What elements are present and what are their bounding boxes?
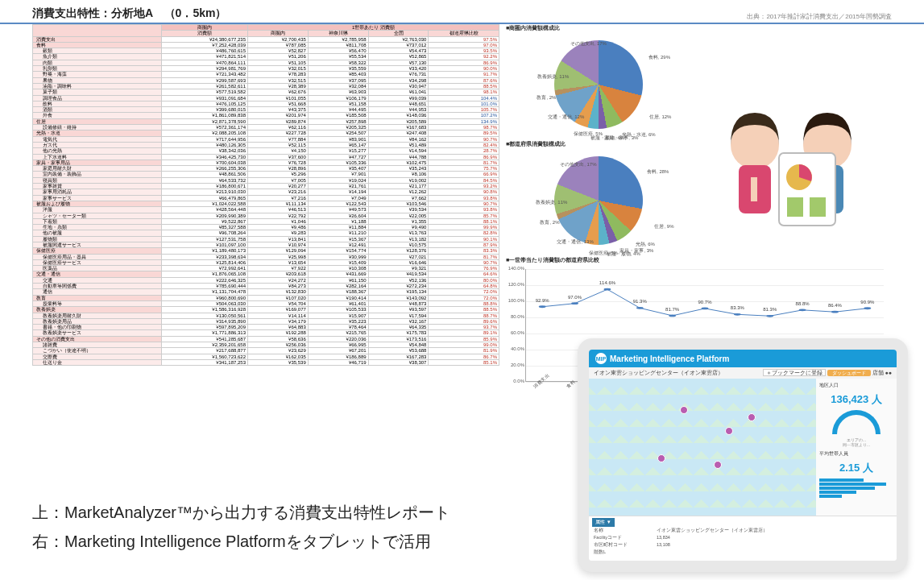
pie-slice-label: その他支出, 17% xyxy=(570,40,607,48)
footer-row: Facilityコード13,834 xyxy=(592,534,893,541)
pie-slice-label: 交通・通信, 12% xyxy=(548,114,584,121)
svg-point-10 xyxy=(864,307,871,309)
svg-point-0 xyxy=(539,305,546,308)
expenditure-table: 商圏内1世帯あたり 消費額消費額商圏内神奈川県全国都道府県比較消費支出¥24,3… xyxy=(32,24,499,391)
footer-row: 階数L xyxy=(592,549,893,556)
line-point-label: 90.9% xyxy=(860,300,874,304)
household-value: 2.15 人 xyxy=(819,461,893,475)
footer-row: 名称イオン東雲ショッピングセンター（イオン東雲店） xyxy=(592,527,893,534)
svg-point-3 xyxy=(636,307,644,309)
pie-slice-label: 教育, 2% xyxy=(540,219,559,226)
pie-slice-label: 教養娯楽, 11% xyxy=(536,199,567,206)
people-illustration xyxy=(706,97,892,258)
svg-point-8 xyxy=(799,309,806,311)
page-title: 消費支出特性：分析地A （0．5km） xyxy=(32,6,226,21)
gauge-caption: エリアの…同一市区より… xyxy=(819,437,893,447)
caption-right: 右：Marketing Intelligence Platformをタブレットで… xyxy=(32,527,450,556)
source-note: 出典：2017年推計家計消費支出／2015年国勢調査 xyxy=(747,12,892,21)
population-value: 136,423 人 xyxy=(819,392,893,407)
line-point-label: 92.9% xyxy=(536,298,549,303)
footer-row: 市区町村コード13,108 xyxy=(592,541,893,549)
tablet-sub-right: 店舗 ●● xyxy=(872,370,892,375)
line-point-label: 90.7% xyxy=(698,300,711,304)
svg-point-2 xyxy=(603,288,611,291)
pie-slice-label: 教育, 2% xyxy=(537,94,556,102)
tablet-brand: Marketing Intelligence Platform xyxy=(610,354,729,363)
line-point-label: 97.0% xyxy=(568,295,582,300)
pie1-title: ■商圏内消費額構成比 xyxy=(506,24,892,32)
tablet-sub-bar: イオン東雲ショッピングセンター（イオン東雲店） ＋ブックマークに登録 ダッシュボ… xyxy=(589,367,897,379)
line-point-label: 81.7% xyxy=(665,307,679,312)
line-point-label: 81.3% xyxy=(763,307,777,312)
caption-top: 上：MarketAnalyzer™から出力する消費支出特性レポート xyxy=(32,498,450,527)
pie-slice-label: 保健医療, 5% xyxy=(589,250,618,257)
bookmark-button[interactable]: ＋ブックマークに登録 xyxy=(763,369,826,376)
svg-point-9 xyxy=(831,311,839,313)
pie-slice-label: 交通・通信, 13% xyxy=(557,238,593,246)
tablet-map[interactable] xyxy=(589,379,816,516)
dashboard-button[interactable]: ダッシュボード xyxy=(827,370,871,376)
pie-slice-label: 保健医療, 5% xyxy=(574,130,603,138)
tablet-subtitle: イオン東雲ショッピングセンター（イオン東雲店） xyxy=(594,369,723,377)
side-label-household: 平均世帯人員 xyxy=(819,450,893,458)
pie-slice-label: 教養娯楽, 11% xyxy=(537,73,569,81)
line-point-label: 88.8% xyxy=(796,301,810,306)
svg-point-6 xyxy=(734,313,741,316)
gauge-icon xyxy=(832,410,880,434)
line-point-label: 86.4% xyxy=(828,303,842,308)
side-label-population: 地区人口 xyxy=(819,382,893,389)
pie-slice-label: その他支出, 17% xyxy=(560,161,596,168)
svg-point-7 xyxy=(766,315,773,317)
pie-slice-label: 食料, 28% xyxy=(647,168,669,176)
footer-title[interactable]: 属性 ▼ xyxy=(592,518,615,527)
svg-rect-18 xyxy=(787,197,803,217)
svg-rect-13 xyxy=(751,177,757,201)
pie-slice-label: 食料, 29% xyxy=(648,54,670,61)
captions: 上：MarketAnalyzer™から出力する消費支出特性レポート 右：Mark… xyxy=(32,498,450,556)
tablet-side-panel: 地区人口 136,423 人 エリアの…同一市区より… 平均世帯人員 2.15 … xyxy=(816,379,897,516)
line-point-label: 91.3% xyxy=(633,299,647,304)
svg-point-5 xyxy=(702,308,709,310)
line-point-label: 83.3% xyxy=(731,305,744,310)
svg-rect-19 xyxy=(810,197,826,217)
pie-slice-label: 住居, 9% xyxy=(654,223,673,230)
pie-slice-label: 住居, 12% xyxy=(649,114,671,121)
line-point-label: 114.6% xyxy=(599,280,615,285)
svg-point-4 xyxy=(669,314,676,317)
mip-badge: MIP xyxy=(595,353,607,364)
tablet-footer: 属性 ▼ 名称イオン東雲ショッピングセンター（イオン東雲店）Facilityコー… xyxy=(589,516,897,561)
svg-point-1 xyxy=(571,302,578,304)
bars-icon xyxy=(819,478,893,498)
tablet-app-header: MIP Marketing Intelligence Platform xyxy=(589,350,897,367)
tablet-mockup: MIP Marketing Intelligence Platform イオン東… xyxy=(578,338,908,572)
